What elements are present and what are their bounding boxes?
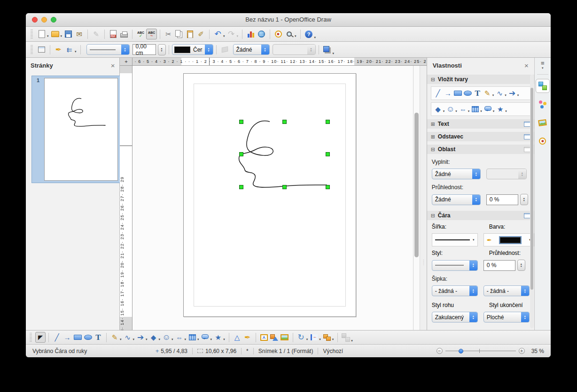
fill-type-select[interactable]: Žádné ▲▼ bbox=[432, 169, 481, 179]
slide-indicator[interactable]: Snímek 1 / 1 (Formát) bbox=[258, 348, 313, 354]
star-dropdown[interactable]: ▾ bbox=[505, 109, 507, 113]
line-style-select[interactable]: ▲▼ bbox=[86, 44, 130, 55]
new-document-dropdown[interactable]: ▾ bbox=[47, 34, 49, 38]
connector-tool[interactable]: ∿ bbox=[123, 332, 133, 343]
rectangle-tool[interactable] bbox=[72, 332, 83, 343]
section-paragraph[interactable]: ⊞ Odstavec bbox=[427, 132, 534, 141]
connector-dropdown[interactable]: ▾ bbox=[505, 93, 507, 97]
undo-button[interactable]: ↶ bbox=[212, 29, 223, 39]
flowchart-tool[interactable] bbox=[187, 332, 197, 343]
arrange-dropdown[interactable]: ▾ bbox=[332, 338, 334, 341]
position-size-button[interactable] bbox=[36, 44, 47, 55]
line-color-select[interactable]: Černá ▲▼ bbox=[172, 44, 213, 55]
freeform-dropdown[interactable]: ▾ bbox=[120, 338, 122, 341]
stepper-icon[interactable]: ▲▼ bbox=[469, 260, 477, 271]
print-button[interactable] bbox=[118, 29, 129, 39]
arrow-style-dropdown[interactable]: ▾ bbox=[75, 50, 77, 54]
pages-panel-close-icon[interactable]: × bbox=[111, 61, 115, 69]
new-document-button[interactable] bbox=[36, 29, 47, 39]
selection-handle-bottom-left[interactable] bbox=[239, 185, 243, 189]
basic-shapes-dropdown[interactable]: ▾ bbox=[443, 109, 445, 113]
zoom-slider[interactable] bbox=[445, 348, 516, 354]
undo-dropdown[interactable]: ▾ bbox=[223, 34, 225, 38]
stepper-icon[interactable]: ▲▼ bbox=[205, 44, 213, 55]
copy-button[interactable] bbox=[174, 29, 185, 39]
shadow-toggle[interactable] bbox=[322, 44, 333, 55]
save-button[interactable] bbox=[63, 29, 74, 39]
insert-chart-button[interactable] bbox=[245, 29, 256, 39]
line-width-stepper[interactable]: ▲▼ bbox=[158, 44, 166, 55]
freeform-dropdown[interactable]: ▾ bbox=[492, 93, 494, 97]
zoom-button[interactable] bbox=[284, 29, 295, 39]
select-tool[interactable]: ◤ bbox=[35, 332, 46, 343]
arrow-start-select[interactable]: - žádná - ▲▼ bbox=[432, 285, 478, 296]
hyperlink-button[interactable] bbox=[256, 29, 267, 39]
callout-dropdown[interactable]: ▾ bbox=[493, 109, 495, 113]
vertical-scrollbar[interactable] bbox=[413, 66, 420, 357]
glue-points-tool[interactable]: ✒ bbox=[242, 332, 253, 343]
callout-tool[interactable] bbox=[200, 332, 211, 343]
toolbar-grip[interactable] bbox=[31, 45, 33, 54]
fill-style-select[interactable]: Žádné ▲▼ bbox=[233, 44, 270, 55]
fontwork-gallery-button[interactable]: A bbox=[259, 332, 269, 343]
toolbar-overflow[interactable]: ▾ bbox=[333, 52, 335, 55]
transparency-type-select[interactable]: Žádné ▲▼ bbox=[432, 194, 481, 205]
selection-handle-top-center[interactable] bbox=[282, 120, 287, 124]
page-thumbnail[interactable]: 1 bbox=[31, 76, 121, 183]
block-arrow-tool[interactable]: ➔ bbox=[135, 332, 146, 343]
properties-panel-close-icon[interactable]: × bbox=[524, 61, 529, 69]
rotate-dropdown[interactable]: ▾ bbox=[306, 338, 308, 341]
arrow-tool[interactable]: → bbox=[62, 332, 72, 343]
page-style[interactable]: Výchozí bbox=[323, 348, 343, 354]
arrow-shapes-icon[interactable]: ⇔ bbox=[458, 104, 468, 115]
stepper-icon[interactable]: ▲▼ bbox=[469, 312, 477, 323]
basic-shapes-tool[interactable]: ◆ bbox=[148, 332, 159, 343]
section-text[interactable]: ⊞ Text bbox=[427, 119, 534, 129]
toolbar-overflow[interactable]: ▾ bbox=[351, 339, 353, 343]
selection-handle-bottom-right[interactable] bbox=[326, 185, 330, 189]
toolbar-overflow[interactable]: ▾ bbox=[314, 36, 316, 39]
cap-style-select[interactable]: Ploché ▲▼ bbox=[483, 312, 530, 323]
area-transparency-input[interactable]: 0 % bbox=[486, 194, 518, 205]
zoom-out-button[interactable]: − bbox=[437, 348, 443, 354]
toolbar-grip[interactable] bbox=[31, 30, 33, 39]
toolbar-grip[interactable] bbox=[30, 333, 32, 342]
block-arrow-dropdown[interactable]: ▾ bbox=[517, 93, 519, 97]
cut-button[interactable]: ✂ bbox=[163, 29, 174, 39]
arrow-shapes-dropdown[interactable]: ▾ bbox=[468, 109, 470, 113]
block-arrow-tool-icon[interactable]: ➔ bbox=[507, 88, 517, 99]
stepper-icon[interactable]: ▲▼ bbox=[121, 44, 129, 55]
flowchart-shapes-icon[interactable] bbox=[470, 104, 480, 115]
callout-dropdown[interactable]: ▾ bbox=[211, 338, 212, 341]
edit-points-button[interactable]: ✒ bbox=[53, 44, 64, 55]
stepper-icon[interactable]: ▲▼ bbox=[469, 285, 477, 296]
selection-handle-middle-right[interactable] bbox=[326, 152, 330, 156]
alignment-button[interactable] bbox=[309, 332, 319, 343]
paste-button[interactable] bbox=[185, 29, 195, 39]
collapse-icon[interactable]: ⊟ bbox=[431, 77, 435, 83]
arrow-end-select[interactable]: - žádná - ▲▼ bbox=[483, 285, 530, 296]
stepper-icon[interactable]: ▲▼ bbox=[261, 44, 269, 55]
export-pdf-button[interactable] bbox=[108, 29, 118, 39]
line-tool-icon[interactable]: ╱ bbox=[433, 88, 443, 99]
arrow-tool-icon[interactable]: → bbox=[443, 88, 453, 99]
selection-handle-bottom-center[interactable] bbox=[282, 185, 287, 189]
flowchart-dropdown[interactable]: ▾ bbox=[480, 109, 482, 113]
block-arrow-dropdown[interactable]: ▾ bbox=[146, 338, 148, 341]
line-dialog-launcher-icon[interactable] bbox=[524, 213, 530, 218]
text-tool-icon[interactable]: T bbox=[473, 88, 483, 99]
selection-handle-top-right[interactable] bbox=[326, 120, 330, 124]
collapse-icon[interactable]: ⊟ bbox=[431, 213, 435, 219]
properties-scrollbar-thumb[interactable] bbox=[530, 88, 533, 290]
gallery-button[interactable] bbox=[280, 332, 290, 343]
symbol-shapes-dropdown[interactable]: ▾ bbox=[172, 338, 173, 341]
area-transparency-stepper[interactable]: ▲▼ bbox=[520, 194, 528, 205]
text-dialog-launcher-icon[interactable] bbox=[524, 122, 530, 127]
callout-shapes-icon[interactable] bbox=[483, 104, 493, 115]
alignment-dropdown[interactable]: ▾ bbox=[319, 338, 321, 341]
open-dropdown[interactable]: ▾ bbox=[61, 34, 62, 38]
email-button[interactable]: ✉ bbox=[74, 29, 85, 39]
gallery-tab[interactable] bbox=[536, 97, 550, 111]
sidebar-splitter[interactable]: ····· bbox=[420, 66, 427, 357]
zoom-dropdown[interactable]: ▾ bbox=[295, 34, 296, 38]
